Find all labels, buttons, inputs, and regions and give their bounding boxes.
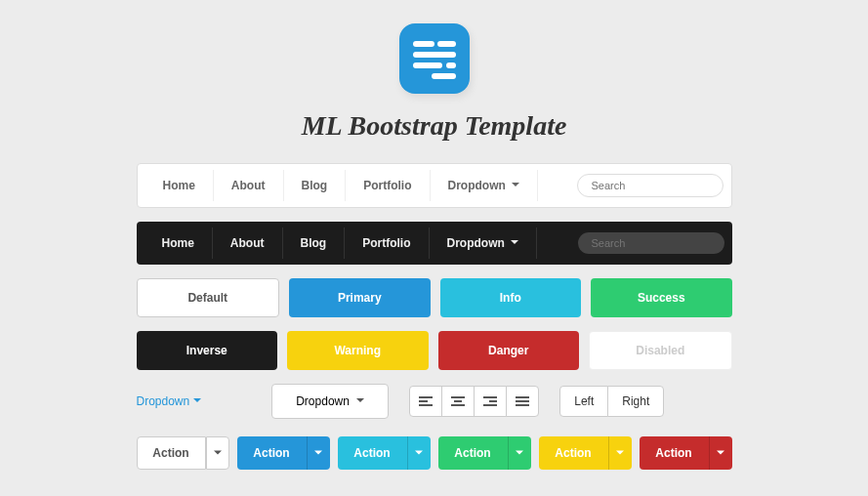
- nav-dropdown-dark[interactable]: Dropdown: [430, 227, 537, 259]
- navbar-dark: Home About Blog Portfolio Dropdown: [137, 222, 732, 265]
- action-success-caret[interactable]: [508, 436, 531, 470]
- split-warning: Action: [539, 436, 632, 470]
- disabled-button: Disabled: [589, 331, 732, 370]
- nav-about-dark[interactable]: About: [213, 227, 283, 259]
- inverse-button[interactable]: Inverse: [137, 331, 278, 370]
- nav-portfolio-dark[interactable]: Portfolio: [345, 227, 429, 259]
- align-center-icon: [451, 396, 465, 406]
- split-danger: Action: [640, 436, 732, 470]
- action-info-button[interactable]: Action: [338, 436, 407, 470]
- navbar-light: Home About Blog Portfolio Dropdown: [137, 163, 732, 208]
- success-button[interactable]: Success: [591, 278, 732, 317]
- action-info-caret[interactable]: [407, 436, 431, 470]
- split-info: Action: [338, 436, 431, 470]
- segment-left-button[interactable]: Left: [559, 386, 608, 417]
- split-default: Action: [137, 436, 229, 470]
- segment-right-button[interactable]: Right: [607, 386, 664, 417]
- info-button[interactable]: Info: [440, 278, 582, 317]
- action-default-caret[interactable]: [206, 436, 229, 470]
- align-justify-button[interactable]: [506, 386, 539, 417]
- action-danger-button[interactable]: Action: [640, 436, 709, 470]
- app-logo: [399, 23, 470, 94]
- align-right-button[interactable]: [474, 386, 507, 417]
- nav-blog[interactable]: Blog: [284, 170, 347, 201]
- primary-button[interactable]: Primary: [289, 278, 431, 317]
- action-primary-caret[interactable]: [307, 436, 330, 470]
- search-input-light[interactable]: [577, 174, 723, 197]
- action-warning-caret[interactable]: [608, 436, 632, 470]
- align-right-icon: [483, 396, 497, 406]
- danger-button[interactable]: Danger: [438, 331, 580, 370]
- split-primary: Action: [237, 436, 330, 470]
- dropdown-button-label: Dropdown: [296, 394, 350, 408]
- dropdown-button[interactable]: Dropdown: [271, 384, 389, 419]
- caret-down-icon: [356, 398, 364, 406]
- align-left-icon: [419, 396, 433, 406]
- nav-home[interactable]: Home: [145, 170, 214, 201]
- segment-group: Left Right: [560, 386, 664, 417]
- dropdown-link[interactable]: Dropdown: [137, 394, 202, 408]
- page-title: ML Bootstrap Template: [137, 110, 732, 142]
- align-justify-icon: [516, 396, 529, 406]
- align-button-group: [410, 386, 539, 417]
- default-button[interactable]: Default: [137, 278, 280, 317]
- align-left-button[interactable]: [409, 386, 442, 417]
- search-input-dark[interactable]: [578, 232, 724, 254]
- nav-portfolio[interactable]: Portfolio: [346, 170, 430, 201]
- action-warning-button[interactable]: Action: [539, 436, 608, 470]
- nav-home-dark[interactable]: Home: [145, 227, 213, 259]
- warning-button[interactable]: Warning: [287, 331, 429, 370]
- action-default-button[interactable]: Action: [137, 436, 206, 470]
- align-center-button[interactable]: [441, 386, 475, 417]
- action-primary-button[interactable]: Action: [237, 436, 307, 470]
- nav-about[interactable]: About: [214, 170, 284, 201]
- action-success-button[interactable]: Action: [438, 436, 508, 470]
- nav-dropdown[interactable]: Dropdown: [431, 170, 538, 201]
- split-success: Action: [438, 436, 531, 470]
- nav-blog-dark[interactable]: Blog: [283, 227, 346, 259]
- action-danger-caret[interactable]: [709, 436, 732, 470]
